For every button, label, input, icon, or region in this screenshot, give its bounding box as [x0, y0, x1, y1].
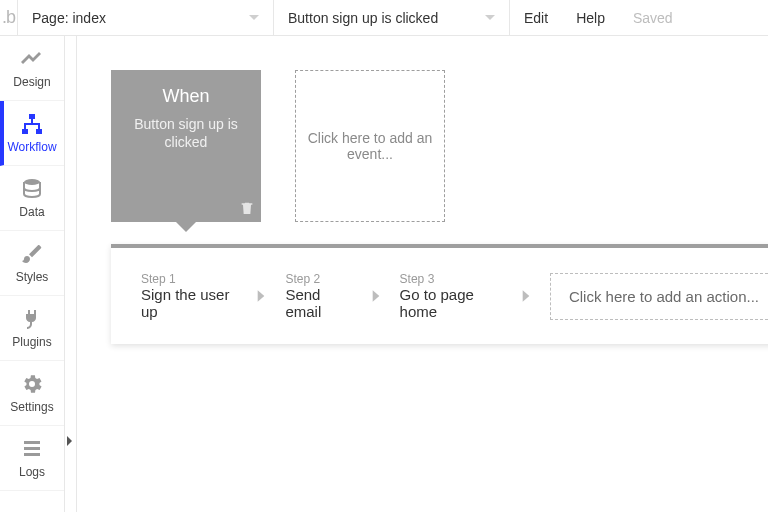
sidebar-item-label: Logs — [19, 465, 45, 479]
step-name: Sign the user up — [141, 286, 237, 320]
sidebar-item-label: Settings — [10, 400, 53, 414]
logs-icon — [20, 437, 44, 461]
svg-point-3 — [24, 179, 40, 185]
gear-icon — [20, 372, 44, 396]
step-3[interactable]: Step 3 Go to page home — [400, 272, 502, 320]
workflow-canvas: When Button sign up is clicked Click her… — [77, 36, 768, 512]
app-logo: .b — [0, 0, 18, 35]
topbar: .b Page: index Button sign up is clicked… — [0, 0, 768, 36]
main: Design Workflow Data Styles Plugins — [0, 36, 768, 512]
sidebar-item-design[interactable]: Design — [0, 36, 64, 101]
step-label: Step 2 — [285, 272, 351, 286]
sidebar-item-plugins[interactable]: Plugins — [0, 296, 64, 361]
trash-icon[interactable] — [239, 200, 255, 216]
page-dropdown[interactable]: Page: index — [18, 0, 274, 35]
database-icon — [20, 177, 44, 201]
sidebar: Design Workflow Data Styles Plugins — [0, 36, 65, 512]
step-label: Step 3 — [400, 272, 502, 286]
svg-rect-2 — [36, 129, 42, 134]
arrow-right-icon — [366, 286, 386, 306]
save-status: Saved — [619, 0, 687, 35]
arrow-right-icon — [251, 286, 271, 306]
arrow-right-icon — [516, 286, 536, 306]
sidebar-item-data[interactable]: Data — [0, 166, 64, 231]
steps-panel: Step 1 Sign the user up Step 2 Send emai… — [111, 244, 768, 344]
step-name: Go to page home — [400, 286, 502, 320]
brush-icon — [20, 242, 44, 266]
workflow-icon — [20, 112, 44, 136]
sidebar-item-styles[interactable]: Styles — [0, 231, 64, 296]
add-action-card[interactable]: Click here to add an action... — [550, 273, 768, 320]
step-name: Send email — [285, 286, 351, 320]
plug-icon — [20, 307, 44, 331]
sidebar-item-label: Plugins — [12, 335, 51, 349]
event-title: When — [162, 86, 209, 107]
sidebar-item-logs[interactable]: Logs — [0, 426, 64, 491]
add-action-label: Click here to add an action... — [569, 288, 759, 305]
step-1[interactable]: Step 1 Sign the user up — [141, 272, 237, 320]
sidebar-item-workflow[interactable]: Workflow — [0, 101, 64, 166]
event-card[interactable]: When Button sign up is clicked — [111, 70, 261, 222]
events-row: When Button sign up is clicked Click her… — [111, 70, 768, 222]
page-dropdown-label: Page: index — [32, 10, 239, 26]
sidebar-item-label: Styles — [16, 270, 49, 284]
workflow-dropdown[interactable]: Button sign up is clicked — [274, 0, 510, 35]
workflow-dropdown-label: Button sign up is clicked — [288, 10, 475, 26]
logo-text: .b — [2, 7, 15, 28]
edit-link[interactable]: Edit — [510, 0, 562, 35]
chevron-right-icon — [67, 436, 72, 446]
sidebar-item-label: Workflow — [7, 140, 56, 154]
chevron-down-icon — [249, 15, 259, 20]
step-2[interactable]: Step 2 Send email — [285, 272, 351, 320]
add-event-card[interactable]: Click here to add an event... — [295, 70, 445, 222]
sidebar-item-label: Data — [19, 205, 44, 219]
design-icon — [20, 47, 44, 71]
svg-rect-0 — [29, 114, 35, 119]
svg-rect-1 — [22, 129, 28, 134]
chevron-down-icon — [485, 15, 495, 20]
sidebar-item-settings[interactable]: Settings — [0, 361, 64, 426]
step-label: Step 1 — [141, 272, 237, 286]
help-link[interactable]: Help — [562, 0, 619, 35]
sidebar-item-label: Design — [13, 75, 50, 89]
add-event-label: Click here to add an event... — [306, 130, 434, 162]
sidebar-expand-strip[interactable] — [65, 36, 77, 512]
event-subtitle: Button sign up is clicked — [121, 115, 251, 151]
